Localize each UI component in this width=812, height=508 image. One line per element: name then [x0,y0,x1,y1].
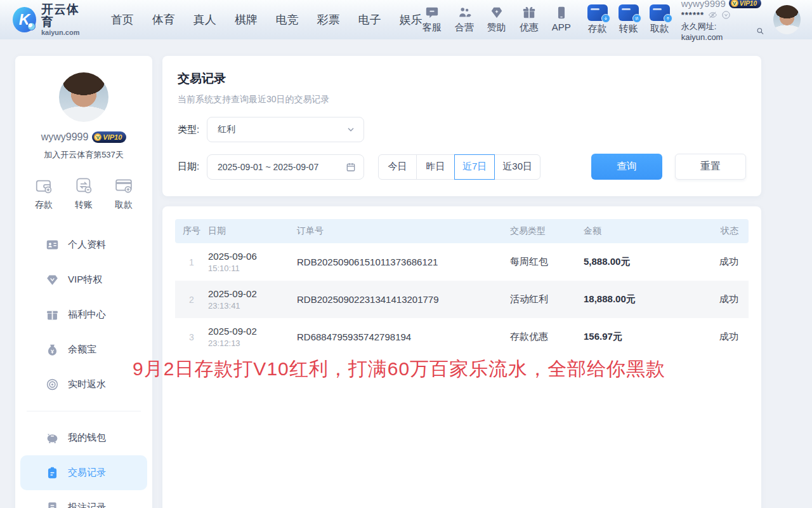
filter-card: 交易记录 当前系统支持查询最近30日的交易记录 类型: 红利 日期: 2025-… [162,56,761,196]
service-button[interactable]: 客服 [422,6,442,34]
cell-index: 1 [175,257,208,267]
nav-item-slots[interactable]: 电子 [358,12,381,27]
sidebar-deposit-button[interactable]: 存款 [34,176,53,211]
eye-off-icon[interactable] [708,10,717,20]
header-username: wywy9999 [681,0,726,9]
nav-item-lottery[interactable]: 彩票 [317,12,340,27]
type-label: 类型: [178,124,207,136]
col-header-order: 订单号 [297,225,510,237]
date-label: 日期: [178,161,207,173]
table-header-row: 序号 日期 订单号 交易类型 金额 状态 [175,219,749,243]
cell-type: 活动红利 [510,293,584,305]
money-pouch-icon [46,343,59,356]
sidebar-withdraw-button[interactable]: 取款 [114,176,133,211]
quick-date-30days[interactable]: 近30日 [494,154,540,180]
gem-icon [490,6,504,20]
nav-item-entertainment[interactable]: 娱乐 [400,12,422,27]
header-wallet-actions: 存款 转账 取款 [587,4,670,35]
transfer-icon [619,4,639,21]
vip-shield-icon: V [731,0,738,7]
calendar-icon [346,162,356,172]
promo-button[interactable]: 优惠 [520,6,539,34]
page-title: 交易记录 [178,70,746,87]
red-annotation-text: 9月2日存款打V10红利，打满60万百家乐流水，全部给你黑款 [133,356,665,382]
permanent-url: 永久网址: kaiyun.com [681,21,755,42]
sidebar-quick-links: 存款 转账 取款 [15,176,152,211]
circle-v-icon[interactable] [721,10,731,20]
col-header-date: 日期 [208,225,297,237]
cell-amount: 5,888.00元 [584,256,691,268]
withdraw-button[interactable]: 取款 [650,4,670,35]
cell-order: RDB20250902231341413201779 [297,294,510,305]
page-subtitle: 当前系统支持查询最近30日的交易记录 [178,94,746,105]
date-filter-row: 日期: 2025-09-01 ~ 2025-09-07 今日 昨日 近7日 近3… [178,154,746,180]
cell-order: RDB20250906151011373686121 [297,257,510,267]
sidebar-item-transactions[interactable]: 交易记录 [20,455,147,490]
sidebar-item-rebate[interactable]: 实时返水 [20,367,147,402]
chat-bubble-icon [425,6,439,20]
reset-button[interactable]: 重置 [675,154,746,180]
nav-item-home[interactable]: 首页 [111,12,134,27]
logo-k-icon: K [13,7,36,32]
nav-item-sports[interactable]: 体育 [152,12,175,27]
main-content: 交易记录 当前系统支持查询最近30日的交易记录 类型: 红利 日期: 2025-… [162,56,761,508]
rebate-rings-icon [46,378,59,391]
brand-logo[interactable]: K 开云体育 kaiyun.com [13,3,88,36]
gift-icon [46,308,59,321]
sidebar-item-vip[interactable]: VIP特权 [20,262,147,297]
cell-date: 2025-09-02 23:12:13 [208,326,297,348]
cell-index: 2 [175,295,208,305]
col-header-index: 序号 [175,225,208,237]
deposit-icon [587,4,608,21]
col-header-amount: 金额 [584,225,691,237]
table-row: 2 2025-09-02 23:13:41 RDB202509022313414… [175,281,749,318]
wallet-outline-icon [34,176,53,195]
cell-amount: 18,888.00元 [584,293,691,305]
query-button[interactable]: 查询 [591,154,662,180]
bet-records-icon [46,501,59,508]
brand-name: 开云体育 [41,3,88,29]
col-header-status: 状态 [691,225,749,237]
nav-item-live[interactable]: 真人 [193,12,216,27]
cell-status: 成功 [691,293,749,305]
phone-icon [554,6,568,20]
cell-status: 成功 [691,256,749,268]
cell-status: 成功 [691,331,749,343]
nav-item-esports[interactable]: 电竞 [276,12,299,27]
transfer-button[interactable]: 转账 [619,4,639,35]
transaction-records-icon [46,466,59,479]
quick-date-today[interactable]: 今日 [378,154,417,180]
sidebar-item-profile[interactable]: 个人资料 [20,227,147,262]
profile-sidebar: wywy9999 V VIP10 加入开云体育第537天 存款 转账 取款 [15,56,152,508]
vip-badge: V VIP10 [729,0,761,8]
quick-date-yesterday[interactable]: 昨日 [416,154,455,180]
sidebar-item-yuebao[interactable]: 余额宝 [20,332,147,367]
brand-domain: kaiyun.com [41,29,88,36]
type-filter-row: 类型: 红利 [178,117,746,142]
nav-item-chess[interactable]: 棋牌 [235,12,258,27]
type-select-value: 红利 [218,124,235,135]
cell-order: RD6884795935742798194 [297,331,510,342]
profile-avatar[interactable] [59,72,108,122]
date-range-input[interactable]: 2025-09-01 ~ 2025-09-07 [207,154,364,180]
vip-shield-icon: V [94,133,102,141]
type-select[interactable]: 红利 [207,117,364,142]
sidebar-item-wallet[interactable]: 我的钱包 [20,420,147,455]
sidebar-item-bets[interactable]: 投注记录 [20,490,147,508]
sidebar-item-welfare[interactable]: 福利中心 [20,297,147,332]
piggy-bank-icon [46,431,59,444]
cell-amount: 156.97元 [584,331,691,343]
quick-date-7days[interactable]: 近7日 [454,154,495,180]
header-avatar[interactable] [773,5,801,34]
search-icon[interactable] [756,27,764,36]
sidebar-transfer-button[interactable]: 转账 [74,176,93,211]
vip-diamond-icon [46,273,59,286]
sponsor-button[interactable]: 赞助 [487,6,506,34]
date-range-value: 2025-09-01 ~ 2025-09-07 [218,162,318,172]
cell-type: 每周红包 [510,256,584,268]
deposit-button[interactable]: 存款 [587,4,608,35]
transfer-outline-icon [74,176,93,195]
app-download-button[interactable]: APP [552,6,571,34]
quick-date-group: 今日 昨日 近7日 近30日 [378,154,540,180]
partners-button[interactable]: 合营 [455,6,474,34]
